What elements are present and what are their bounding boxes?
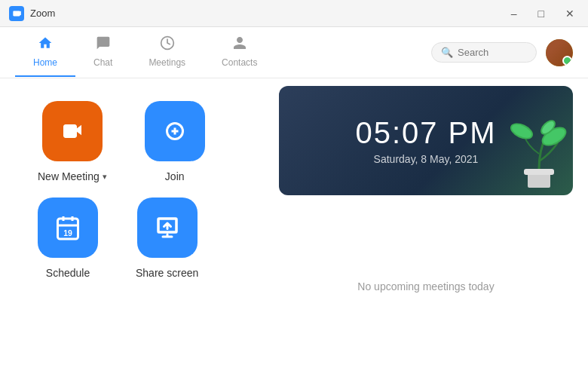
schedule-label: Schedule <box>46 267 90 279</box>
new-meeting-button[interactable] <box>42 101 103 161</box>
right-panel: 05:07 PM Saturday, 8 May, 2021 <box>279 78 588 392</box>
svg-rect-5 <box>524 169 554 175</box>
search-input[interactable] <box>458 47 527 58</box>
avatar[interactable] <box>546 39 573 66</box>
new-meeting-item: New Meeting ▾ <box>38 101 107 182</box>
title-bar: Zoom – □ ✕ <box>0 0 588 27</box>
share-screen-text: Share screen <box>136 267 198 279</box>
minimize-button[interactable]: – <box>507 6 522 21</box>
title-bar-controls: – □ ✕ <box>507 6 579 21</box>
join-label: Join <box>165 170 185 182</box>
action-row-1: New Meeting ▾ Join <box>38 101 256 182</box>
share-screen-label: Share screen <box>136 267 198 279</box>
tab-home-label: Home <box>33 57 57 68</box>
nav-right: 🔍 <box>431 39 573 66</box>
tab-meetings-label: Meetings <box>149 57 185 68</box>
clock-card: 05:07 PM Saturday, 8 May, 2021 <box>279 86 573 195</box>
contacts-icon <box>232 35 247 54</box>
schedule-text: Schedule <box>46 267 90 279</box>
new-meeting-text: New Meeting <box>38 170 100 182</box>
plant-decoration <box>505 105 573 195</box>
join-button[interactable] <box>145 101 205 161</box>
search-icon: 🔍 <box>441 47 453 58</box>
clock-card-text: 05:07 PM Saturday, 8 May, 2021 <box>355 116 496 165</box>
zoom-logo-icon <box>9 6 24 21</box>
avatar-image <box>546 39 573 66</box>
new-meeting-label: New Meeting ▾ <box>38 170 107 182</box>
schedule-button[interactable]: 19 <box>38 198 98 258</box>
tab-contacts-label: Contacts <box>222 57 257 68</box>
tab-contacts[interactable]: Contacts <box>204 28 275 77</box>
schedule-item: 19 Schedule <box>38 198 98 279</box>
app-title: Zoom <box>30 8 55 19</box>
chat-icon <box>96 35 111 54</box>
tab-meetings[interactable]: Meetings <box>130 28 204 77</box>
left-panel: New Meeting ▾ Join <box>0 78 279 392</box>
close-button[interactable]: ✕ <box>561 6 579 21</box>
share-screen-item: Share screen <box>136 198 198 279</box>
no-meetings-label: No upcoming meetings today <box>357 280 494 292</box>
join-item: Join <box>145 101 205 182</box>
svg-text:19: 19 <box>63 228 72 237</box>
clock-date: Saturday, 8 May, 2021 <box>355 153 496 165</box>
home-icon <box>38 35 53 54</box>
tab-chat-label: Chat <box>93 57 112 68</box>
search-box[interactable]: 🔍 <box>431 42 537 63</box>
nav-bar: Home Chat Meetings <box>0 27 588 78</box>
share-screen-button[interactable] <box>137 198 198 258</box>
action-row-2: 19 Schedule Share screen <box>38 198 256 279</box>
nav-tabs: Home Chat Meetings <box>15 28 275 77</box>
meetings-icon <box>160 35 175 54</box>
join-text: Join <box>165 170 185 182</box>
tab-home[interactable]: Home <box>15 28 75 77</box>
clock-time: 05:07 PM <box>355 116 496 150</box>
main-content: New Meeting ▾ Join <box>0 78 588 392</box>
no-meetings-text: No upcoming meetings today <box>279 195 573 377</box>
maximize-button[interactable]: □ <box>534 6 549 21</box>
tab-chat[interactable]: Chat <box>75 28 130 77</box>
new-meeting-chevron: ▾ <box>103 172 107 182</box>
title-bar-left: Zoom <box>9 6 55 21</box>
